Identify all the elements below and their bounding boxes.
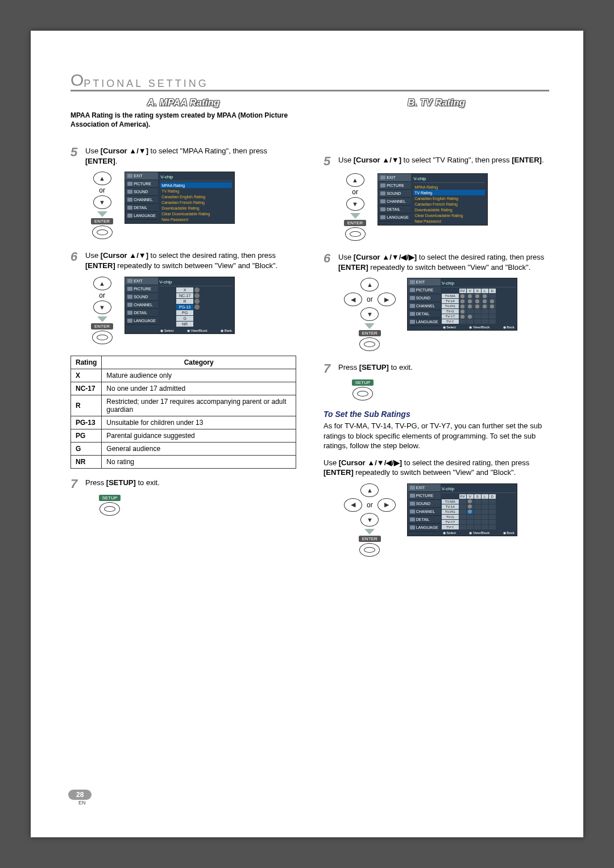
picture-icon: [380, 183, 385, 187]
picture-icon: [410, 288, 415, 292]
enter-button-icon: [345, 227, 366, 241]
step-a7: 7 Press [SETUP] to exit.: [70, 478, 296, 490]
step-number: 5: [323, 155, 334, 168]
cursor-right-icon: ▶: [377, 293, 396, 306]
vchip-title: V-chip: [160, 173, 232, 181]
menu-item: New Password: [413, 218, 485, 224]
detail-icon: [127, 206, 132, 210]
lock-icon: [490, 304, 494, 308]
language-icon: [410, 525, 415, 529]
lock-icon: [468, 499, 472, 503]
vchip-title: V-chip: [442, 279, 516, 287]
lock-icon: [475, 294, 479, 298]
step-a5: 5 Use [Cursor ▲/▼] to select "MPAA Ratin…: [70, 146, 296, 166]
language-icon: [380, 215, 385, 219]
lock-icon: [468, 299, 472, 303]
lock-icon: [475, 304, 479, 308]
mpaa-intro: MPAA Rating is the rating system created…: [70, 111, 296, 129]
dpad-vertical: ▲ or ▼ ENTER: [344, 173, 366, 241]
language-icon: [127, 319, 132, 323]
cursor-up-icon: ▲: [360, 483, 379, 497]
lock-icon: [468, 510, 472, 514]
arrow-down-icon: [364, 323, 375, 329]
or-label: or: [367, 501, 373, 509]
enter-label: ENTER: [91, 218, 113, 224]
enter-button-icon: [92, 331, 113, 344]
exit-icon: [127, 279, 132, 283]
osd-menu-tv-grid: EXIT PICTURE SOUND CHANNEL DETAIL LANGUA…: [407, 278, 517, 331]
lock-icon: [194, 287, 200, 293]
picture-icon: [127, 182, 132, 186]
menu-item: New Password: [160, 216, 232, 222]
menu-item: MPAA Rating: [413, 184, 485, 190]
enter-button-icon: [359, 543, 380, 557]
step-text: Use [Cursor ▲/▼] to select "TV Rating", …: [338, 155, 544, 165]
enter-label: ENTER: [91, 323, 113, 329]
column-b: B. TV Rating 5 Use [Cursor ▲/▼] to selec…: [323, 94, 549, 568]
or-label: or: [367, 295, 373, 303]
lock-icon: [483, 299, 487, 303]
lock-icon: [194, 293, 200, 298]
sound-icon: [410, 296, 415, 300]
step-text: Use [Cursor ▲/▼] to select the desired r…: [85, 251, 296, 270]
step-number: 6: [70, 251, 81, 263]
step-text: Press [SETUP] to exit.: [338, 362, 413, 373]
lock-icon: [460, 304, 464, 308]
menu-item: Clear Downloadable Rating: [413, 212, 485, 218]
detail-icon: [410, 312, 415, 316]
detail-icon: [380, 207, 385, 211]
channel-icon: [127, 198, 132, 202]
lock-icon: [468, 315, 472, 319]
cursor-right-icon: ▶: [377, 498, 396, 512]
lock-icon: [468, 294, 472, 298]
menu-item: Canadian English Rating: [413, 195, 485, 201]
exit-icon: [410, 486, 415, 490]
enter-label: ENTER: [359, 536, 381, 542]
cursor-down-icon: ▼: [93, 195, 111, 209]
dpad-4way: ▲ ◀ or ▶ ▼ ENTER: [344, 483, 396, 557]
menu-item: Downloadable Rating: [413, 207, 485, 212]
menu-item: Canadian French Rating: [160, 199, 232, 205]
exit-icon: [127, 174, 132, 178]
lock-icon: [194, 304, 200, 310]
step-number: 5: [70, 146, 81, 158]
lock-icon: [483, 294, 487, 298]
mpaa-table: RatingCategory XMature audience only NC-…: [70, 356, 296, 469]
osd-menu-sub-rating: EXIT PICTURE SOUND CHANNEL DETAIL LANGUA…: [407, 483, 517, 536]
lock-icon: [468, 304, 472, 308]
sound-icon: [127, 295, 132, 299]
section-b-title: B. TV Rating: [323, 97, 549, 108]
or-label: or: [352, 188, 358, 196]
osd-menu-tv-list: EXIT PICTURE SOUND CHANNEL DETAIL LANGUA…: [377, 173, 488, 226]
setup-button-graphic: SETUP: [93, 495, 126, 516]
section-a-title: A. MPAA Rating: [70, 97, 296, 108]
sound-icon: [127, 190, 132, 194]
manual-page: OPTIONAL SETTING A. MPAA Rating MPAA Rat…: [31, 31, 583, 837]
cursor-up-icon: ▲: [93, 172, 111, 185]
menu-item: TV Rating: [160, 188, 232, 194]
step-b7: 7 Press [SETUP] to exit.: [323, 362, 549, 375]
lock-icon: [460, 294, 464, 298]
lock-icon: [475, 299, 479, 303]
cursor-down-icon: ▼: [360, 513, 379, 527]
lock-icon: [460, 315, 464, 319]
sub-rating-para: As for TV-MA, TV-14, TV-PG, or TV-Y7, yo…: [323, 421, 549, 451]
setup-label: SETUP: [352, 379, 374, 386]
setup-button-icon: [352, 387, 373, 400]
sub-rating-heading: To Set the Sub Ratings: [323, 410, 549, 419]
sound-icon: [410, 502, 415, 506]
cursor-down-icon: ▼: [360, 307, 379, 321]
dpad-vertical: ▲ or ▼ ENTER: [91, 172, 113, 239]
picture-icon: [127, 287, 132, 291]
dpad-4way: ▲ ◀ or ▶ ▼ ENTER: [344, 278, 396, 351]
osd-menu-mpaa-ratings: EXIT PICTURE SOUND CHANNEL DETAIL LANGUA…: [125, 277, 235, 334]
arrow-down-icon: [350, 213, 360, 219]
lock-icon: [483, 304, 487, 308]
column-a: A. MPAA Rating MPAA Rating is the rating…: [70, 94, 296, 568]
exit-icon: [410, 280, 415, 284]
lock-icon: [460, 310, 464, 314]
or-label: or: [99, 186, 105, 194]
channel-icon: [127, 303, 132, 307]
vchip-title: V-chip: [159, 278, 233, 286]
header-rule: OPTIONAL SETTING: [70, 70, 549, 91]
